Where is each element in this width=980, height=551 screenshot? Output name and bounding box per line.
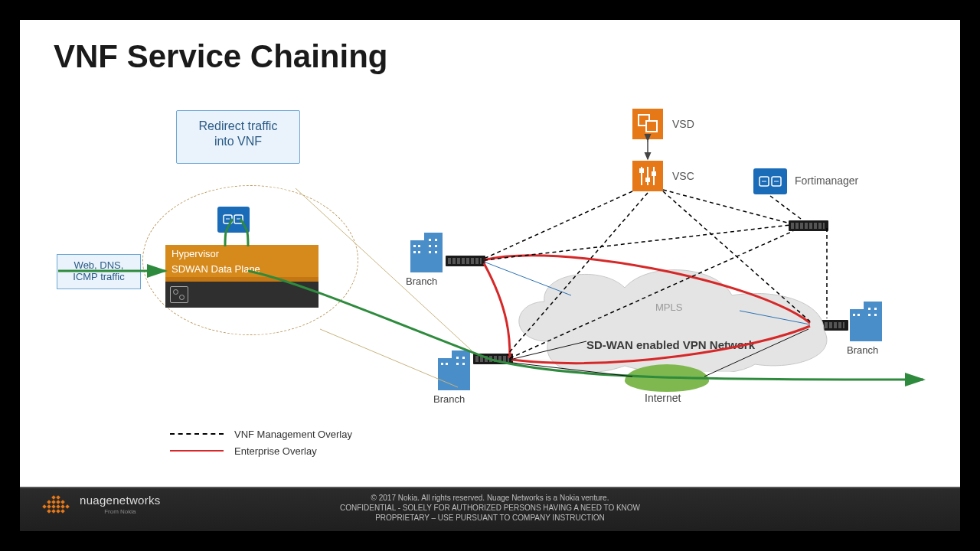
svg-rect-9 bbox=[639, 168, 644, 173]
svg-rect-11 bbox=[652, 171, 656, 176]
callout-line2: into VNF bbox=[177, 134, 299, 149]
branch-label-1: Branch bbox=[406, 276, 437, 287]
slide: VNF Service Chaining Redirect traffic in… bbox=[20, 20, 960, 531]
legend-dash-icon bbox=[170, 433, 224, 435]
svg-rect-5 bbox=[646, 121, 657, 132]
switch-1 bbox=[446, 256, 485, 266]
brand-sub: From Nokia bbox=[80, 507, 161, 517]
svg-line-24 bbox=[484, 225, 790, 260]
traffic-label: Web, DNS, ICMP traffic bbox=[57, 254, 141, 289]
mpls-label: MPLS bbox=[655, 302, 682, 313]
internet-label: Internet bbox=[645, 392, 681, 404]
vsd-label: VSD bbox=[672, 118, 694, 130]
fortimanager-switch bbox=[789, 220, 828, 231]
branch-building-3 bbox=[850, 302, 882, 341]
legend-red-icon bbox=[170, 450, 224, 452]
legend-mgmt: VNF Management Overlay bbox=[234, 429, 352, 440]
internet-cloud bbox=[625, 364, 709, 392]
footer-line3: PROPRIETARY – USE PURSUANT TO COMPANY IN… bbox=[20, 513, 960, 523]
callout-line1: Redirect traffic bbox=[177, 119, 299, 134]
branch-building-2 bbox=[438, 350, 470, 390]
brand-text: nuagenetworks bbox=[80, 495, 161, 505]
fortimanager-label: Fortimanager bbox=[795, 174, 858, 187]
branch-label-3: Branch bbox=[847, 344, 878, 356]
callout-redirect: Redirect traffic into VNF bbox=[176, 110, 300, 164]
footer-line1: © 2017 Nokia. All rights reserved. Nuage… bbox=[20, 493, 960, 503]
vsd-icon bbox=[632, 109, 663, 139]
vswitch-icon bbox=[170, 286, 188, 303]
brand-logo: nuagenetworks From Nokia bbox=[38, 494, 161, 517]
branch-label-2: Branch bbox=[433, 393, 465, 405]
legend-enterprise: Enterprise Overlay bbox=[234, 445, 317, 457]
svg-line-23 bbox=[770, 196, 801, 219]
svg-rect-10 bbox=[645, 178, 650, 182]
sdwan-label: SD-WAN enabled VPN Network bbox=[586, 338, 755, 351]
cloud-sdwan bbox=[502, 257, 839, 372]
fortimanager-icon bbox=[753, 168, 787, 194]
vsc-label: VSC bbox=[672, 170, 694, 182]
vnf-icon bbox=[217, 207, 250, 233]
svg-line-22 bbox=[663, 190, 790, 223]
svg-line-19 bbox=[484, 191, 632, 259]
svg-line-17 bbox=[320, 329, 458, 387]
page-title: VNF Service Chaining bbox=[54, 38, 387, 75]
logo-mark-icon bbox=[38, 494, 72, 517]
hypervisor-top: Hypervisor SDWAN Data Plane bbox=[165, 245, 318, 277]
branch-building-1 bbox=[410, 233, 443, 272]
footer-line2: CONFIDENTIAL - SOLELY FOR AUTHORIZED PER… bbox=[20, 503, 960, 513]
legend: VNF Management Overlay Enterprise Overla… bbox=[170, 425, 352, 459]
hypervisor-box: Hypervisor SDWAN Data Plane bbox=[165, 245, 318, 314]
footer: nuagenetworks From Nokia © 2017 Nokia. A… bbox=[20, 487, 960, 531]
vsc-icon bbox=[632, 161, 663, 191]
